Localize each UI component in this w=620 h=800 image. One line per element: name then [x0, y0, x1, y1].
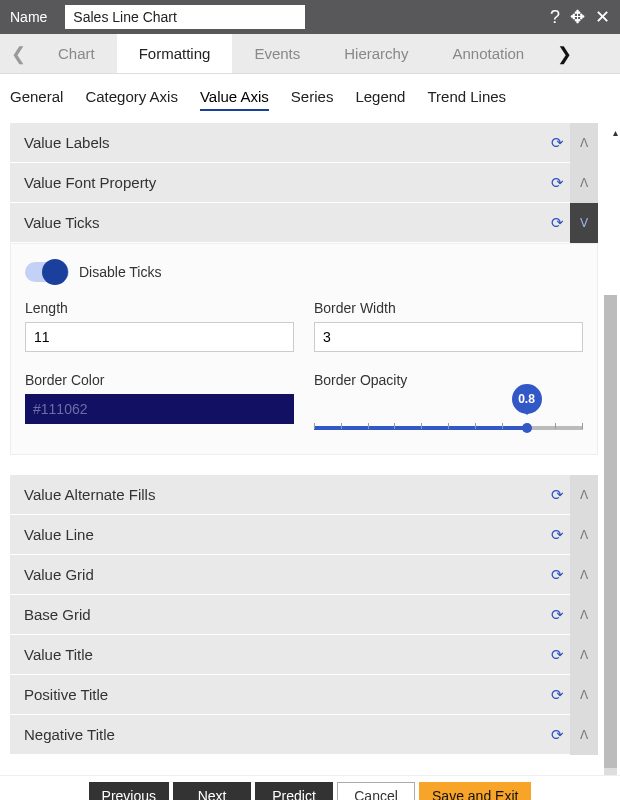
subtab-legend[interactable]: Legend [355, 88, 405, 111]
disable-ticks-label: Disable Ticks [79, 264, 161, 280]
name-input[interactable] [65, 5, 305, 29]
subtab-category-axis[interactable]: Category Axis [85, 88, 178, 111]
length-input[interactable] [25, 322, 294, 352]
chevron-down-icon: ᐯ [580, 216, 588, 230]
section-value-alternate-fills[interactable]: Value Alternate Fills ⟳ ᐱ [10, 475, 598, 515]
refresh-icon[interactable]: ⟳ [551, 686, 564, 704]
disable-ticks-toggle[interactable] [25, 262, 69, 282]
refresh-icon[interactable]: ⟳ [551, 526, 564, 544]
section-value-labels[interactable]: Value Labels ⟳ ᐱ [10, 123, 598, 163]
tab-hierarchy[interactable]: Hierarchy [322, 34, 430, 73]
chevron-up-icon: ᐱ [580, 528, 588, 542]
section-base-grid[interactable]: Base Grid ⟳ ᐱ [10, 595, 598, 635]
section-value-title[interactable]: Value Title ⟳ ᐱ [10, 635, 598, 675]
collapse-toggle[interactable]: ᐱ [570, 475, 598, 515]
chevron-up-icon: ᐱ [580, 568, 588, 582]
section-title: Value Font Property [24, 174, 551, 191]
section-title: Value Labels [24, 134, 551, 151]
border-opacity-slider[interactable]: 0.8 [314, 394, 583, 430]
refresh-icon[interactable]: ⟳ [551, 726, 564, 744]
collapse-toggle[interactable]: ᐱ [570, 595, 598, 635]
predict-button[interactable]: Predict [255, 782, 333, 801]
vertical-scrollbar[interactable] [604, 295, 617, 775]
section-title: Value Grid [24, 566, 551, 583]
collapse-toggle[interactable]: ᐱ [570, 515, 598, 555]
section-title: Value Alternate Fills [24, 486, 551, 503]
border-opacity-label: Border Opacity [314, 372, 583, 388]
section-title: Negative Title [24, 726, 551, 743]
collapse-toggle[interactable]: ᐱ [570, 635, 598, 675]
section-positive-title[interactable]: Positive Title ⟳ ᐱ [10, 675, 598, 715]
move-icon[interactable]: ✥ [570, 8, 585, 26]
section-title: Base Grid [24, 606, 551, 623]
close-icon[interactable]: ✕ [595, 8, 610, 26]
refresh-icon[interactable]: ⟳ [551, 646, 564, 664]
section-negative-title[interactable]: Negative Title ⟳ ᐱ [10, 715, 598, 755]
border-color-swatch[interactable]: #111062 [25, 394, 294, 424]
section-title: Value Ticks [24, 214, 551, 231]
refresh-icon[interactable]: ⟳ [551, 566, 564, 584]
scroll-up-icon[interactable]: ▴ [613, 127, 618, 138]
refresh-icon[interactable]: ⟳ [551, 486, 564, 504]
refresh-icon[interactable]: ⟳ [551, 214, 564, 232]
subtab-value-axis[interactable]: Value Axis [200, 88, 269, 111]
name-label: Name [10, 9, 47, 25]
border-color-label: Border Color [25, 372, 294, 388]
help-icon[interactable]: ? [550, 8, 560, 26]
refresh-icon[interactable]: ⟳ [551, 174, 564, 192]
collapse-toggle[interactable]: ᐱ [570, 163, 598, 203]
chevron-up-icon: ᐱ [580, 176, 588, 190]
collapse-toggle[interactable]: ᐱ [570, 555, 598, 595]
slider-thumb[interactable] [522, 423, 532, 433]
collapse-toggle[interactable]: ᐯ [570, 203, 598, 243]
section-title: Value Line [24, 526, 551, 543]
tab-formatting[interactable]: Formatting [117, 34, 233, 73]
chevron-up-icon: ᐱ [580, 648, 588, 662]
refresh-icon[interactable]: ⟳ [551, 606, 564, 624]
value-ticks-panel: Disable Ticks Length Border Width Border… [10, 243, 598, 455]
collapse-toggle[interactable]: ᐱ [570, 123, 598, 163]
main-tabs: ❮ Chart Formatting Events Hierarchy Anno… [0, 34, 620, 74]
border-width-label: Border Width [314, 300, 583, 316]
save-and-exit-button[interactable]: Save and Exit [419, 782, 531, 801]
length-label: Length [25, 300, 294, 316]
section-value-ticks[interactable]: Value Ticks ⟳ ᐯ [10, 203, 598, 243]
refresh-icon[interactable]: ⟳ [551, 134, 564, 152]
collapse-toggle[interactable]: ᐱ [570, 715, 598, 755]
panels-container: ▴ Value Labels ⟳ ᐱ Value Font Property ⟳… [0, 123, 620, 775]
border-width-input[interactable] [314, 322, 583, 352]
tabs-scroll-right[interactable]: ❯ [546, 34, 582, 73]
section-title: Positive Title [24, 686, 551, 703]
collapse-toggle[interactable]: ᐱ [570, 675, 598, 715]
section-value-font-property[interactable]: Value Font Property ⟳ ᐱ [10, 163, 598, 203]
chevron-up-icon: ᐱ [580, 136, 588, 150]
tab-chart[interactable]: Chart [36, 34, 117, 73]
chevron-up-icon: ᐱ [580, 608, 588, 622]
footer: Previous Next Predict Cancel Save and Ex… [0, 775, 620, 800]
section-value-line[interactable]: Value Line ⟳ ᐱ [10, 515, 598, 555]
section-value-grid[interactable]: Value Grid ⟳ ᐱ [10, 555, 598, 595]
subtab-series[interactable]: Series [291, 88, 334, 111]
subtab-general[interactable]: General [10, 88, 63, 111]
chevron-up-icon: ᐱ [580, 488, 588, 502]
cancel-button[interactable]: Cancel [337, 782, 415, 801]
tab-events[interactable]: Events [232, 34, 322, 73]
previous-button[interactable]: Previous [89, 782, 169, 801]
tab-annotation[interactable]: Annotation [430, 34, 546, 73]
slider-tooltip: 0.8 [512, 384, 542, 414]
subtab-trend-lines[interactable]: Trend Lines [427, 88, 506, 111]
tabs-scroll-left[interactable]: ❮ [0, 34, 36, 73]
section-title: Value Title [24, 646, 551, 663]
chevron-up-icon: ᐱ [580, 688, 588, 702]
sub-tabs: General Category Axis Value Axis Series … [0, 74, 620, 123]
next-button[interactable]: Next [173, 782, 251, 801]
chevron-up-icon: ᐱ [580, 728, 588, 742]
titlebar: Name ? ✥ ✕ [0, 0, 620, 34]
scrollbar-thumb[interactable] [604, 295, 617, 768]
